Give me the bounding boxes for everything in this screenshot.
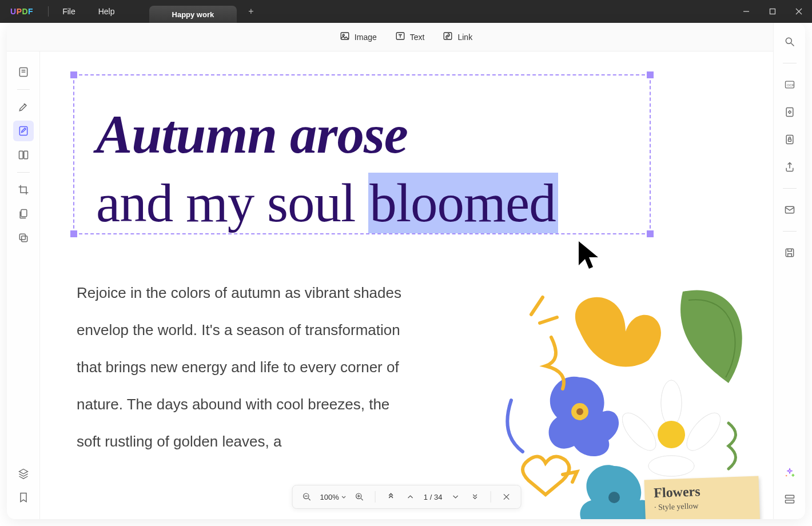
- svg-line-43: [308, 499, 310, 500]
- highlighter-icon[interactable]: [13, 97, 34, 117]
- window-minimize-button[interactable]: [733, 0, 759, 23]
- panel-layout-icon[interactable]: [781, 491, 798, 508]
- svg-point-40: [608, 492, 620, 503]
- svg-point-5: [343, 34, 344, 36]
- logo-separator: [48, 6, 49, 17]
- protect-icon[interactable]: [781, 131, 798, 148]
- layers-icon[interactable]: [13, 463, 34, 484]
- window-maximize-button[interactable]: [759, 0, 786, 23]
- prev-page-button[interactable]: [404, 491, 417, 503]
- convert-file-icon[interactable]: [781, 103, 798, 121]
- headline-part: and my soul: [96, 173, 368, 233]
- resize-handle-tl[interactable]: [70, 71, 77, 78]
- app-logo: UPDF: [0, 7, 43, 16]
- link-icon: [443, 31, 453, 43]
- headline-secondary[interactable]: and my soul bloomed: [96, 172, 558, 234]
- image-icon: [340, 31, 350, 43]
- svg-rect-15: [19, 234, 25, 240]
- svg-point-39: [576, 408, 583, 415]
- edit-icon[interactable]: [13, 121, 34, 141]
- body-paragraph[interactable]: Rejoice in the colors of autumn as vibra…: [77, 274, 403, 460]
- svg-rect-28: [785, 500, 794, 503]
- window-close-button[interactable]: [786, 0, 812, 23]
- menu-help[interactable]: Help: [87, 7, 126, 16]
- reader-mode-icon[interactable]: [13, 62, 34, 82]
- insert-text-button[interactable]: Text: [395, 31, 425, 43]
- title-bar: UPDF File Help Happy work +: [0, 0, 812, 23]
- svg-rect-1: [770, 9, 775, 14]
- sticky-line: · Style yellow: [654, 500, 750, 512]
- svg-point-17: [786, 38, 791, 43]
- svg-rect-14: [21, 210, 26, 217]
- tool-label: Image: [355, 33, 377, 42]
- add-tab-button[interactable]: +: [248, 6, 253, 17]
- svg-rect-13: [23, 151, 27, 158]
- page-layout-icon[interactable]: [13, 145, 34, 165]
- mail-icon[interactable]: [781, 201, 798, 218]
- zoom-in-button[interactable]: [353, 491, 366, 503]
- next-page-button[interactable]: [449, 491, 461, 503]
- document-page[interactable]: Autumn arose and my soul bloomed Rejoice…: [56, 51, 757, 519]
- svg-rect-23: [788, 139, 791, 141]
- sticky-note[interactable]: Flowers · Style yellow: [644, 476, 760, 519]
- headline-highlight: bloomed: [368, 173, 558, 233]
- menu-file[interactable]: File: [51, 7, 87, 16]
- insert-image-button[interactable]: Image: [340, 31, 377, 43]
- top-toolbar: Image Text Link: [7, 23, 805, 51]
- svg-rect-12: [19, 151, 23, 158]
- resize-handle-bl[interactable]: [70, 230, 77, 237]
- sticky-title: Flowers: [654, 482, 750, 501]
- svg-point-26: [785, 475, 787, 477]
- resize-handle-br[interactable]: [647, 230, 654, 237]
- svg-point-33: [661, 380, 682, 426]
- left-sidebar: [7, 51, 40, 519]
- page-canvas[interactable]: Autumn arose and my soul bloomed Rejoice…: [40, 51, 773, 519]
- document-tab[interactable]: Happy work: [149, 6, 237, 23]
- zoom-level[interactable]: 100%: [320, 493, 347, 501]
- svg-rect-21: [786, 108, 793, 117]
- svg-rect-27: [785, 495, 794, 498]
- right-sidebar: OCR: [773, 23, 805, 519]
- svg-line-18: [791, 43, 794, 46]
- bookmark-icon[interactable]: [13, 487, 34, 508]
- page-indicator[interactable]: 1 / 34: [424, 493, 443, 501]
- search-icon[interactable]: [781, 33, 798, 50]
- tool-label: Link: [457, 33, 472, 42]
- zoom-out-button[interactable]: [301, 491, 313, 503]
- svg-rect-22: [786, 136, 793, 144]
- text-icon: [395, 31, 405, 43]
- insert-link-button[interactable]: Link: [443, 31, 472, 43]
- svg-rect-16: [21, 236, 27, 242]
- headline-primary[interactable]: Autumn arose: [96, 103, 408, 166]
- close-pagebar-button[interactable]: [500, 491, 512, 503]
- svg-point-37: [658, 421, 685, 448]
- copy-page-icon[interactable]: [13, 204, 34, 224]
- main-shell: Image Text Link: [7, 23, 805, 519]
- svg-text:OCR: OCR: [787, 83, 794, 87]
- chevron-down-icon: [341, 495, 347, 500]
- page-navigation-bar: 100% 1 / 34: [292, 485, 522, 509]
- ai-sparkle-icon[interactable]: [781, 464, 798, 481]
- duplicate-icon[interactable]: [13, 228, 34, 248]
- cursor-icon: [576, 240, 602, 271]
- ocr-icon[interactable]: OCR: [781, 76, 798, 93]
- share-icon[interactable]: [781, 158, 798, 176]
- svg-point-35: [648, 456, 694, 476]
- svg-point-36: [616, 408, 662, 456]
- resize-handle-tr[interactable]: [647, 71, 654, 78]
- first-page-button[interactable]: [385, 491, 397, 503]
- save-icon[interactable]: [781, 244, 798, 261]
- svg-rect-25: [786, 249, 793, 256]
- last-page-button[interactable]: [468, 491, 481, 503]
- svg-line-47: [361, 499, 363, 500]
- body-post: The days abound with cool breezes, the s…: [77, 396, 389, 450]
- crop-icon[interactable]: [13, 180, 34, 200]
- tool-label: Text: [410, 33, 425, 42]
- svg-point-34: [681, 408, 726, 456]
- zoom-value: 100%: [320, 493, 339, 501]
